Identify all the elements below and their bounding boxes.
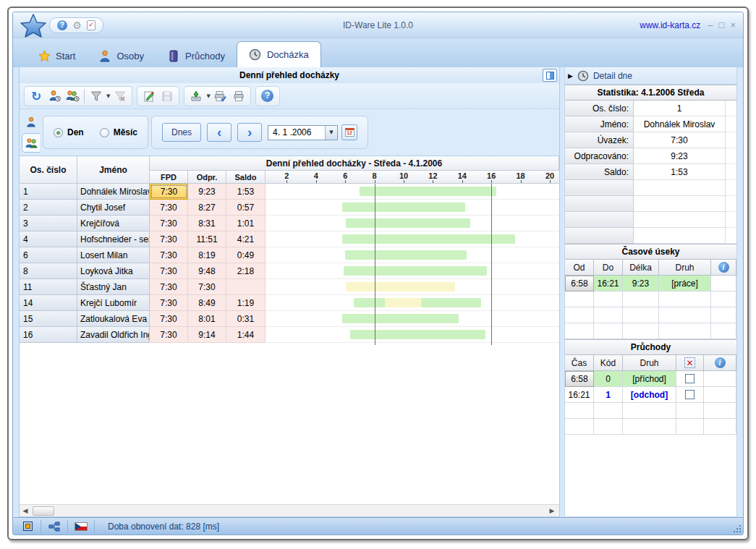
stat-value[interactable]: 1:53 <box>634 164 726 180</box>
edit-button[interactable] <box>141 88 157 104</box>
saldo-cell[interactable]: 1:53 <box>226 184 266 200</box>
help-button[interactable]: ? <box>260 88 276 104</box>
radio-mesic[interactable]: Měsíc <box>100 127 137 137</box>
saldo-cell[interactable]: 1:19 <box>226 295 266 311</box>
filter-dropdown-icon[interactable]: ▼ <box>106 93 110 99</box>
gantt-cell[interactable] <box>266 231 559 247</box>
stat-value[interactable]: 9:23 <box>634 148 726 164</box>
table-row[interactable]: 6Losert Milan7:308:190:49 <box>20 247 559 263</box>
pruchody-row[interactable]: 16:211[odchod] <box>565 387 736 403</box>
minitab-all-users[interactable] <box>22 133 40 153</box>
useky-column-header[interactable]: Druh <box>659 260 711 276</box>
table-row[interactable]: 1Dohnálek Miroslav7:309:231:53 <box>20 184 559 200</box>
pruchody-column-header[interactable]: Čas <box>565 355 594 371</box>
fpd-cell[interactable]: 7:30 <box>150 200 188 216</box>
table-row[interactable]: 8Loyková Jitka7:309:482:18 <box>20 263 559 279</box>
scroll-left-icon[interactable]: ◀ <box>20 507 31 514</box>
table-row[interactable]: 11Šťastný Jan7:307:30 <box>20 279 559 295</box>
fpd-cell[interactable]: 7:30 <box>150 231 188 247</box>
table-row[interactable]: 15Zatloukalová Eva7:308:010:31 <box>20 311 559 327</box>
saldo-cell[interactable]: 0:57 <box>226 200 266 216</box>
stat-value[interactable]: 1 <box>634 101 726 116</box>
stat-value[interactable]: 7:30 <box>634 132 726 148</box>
fpd-cell[interactable]: 7:30 <box>150 327 188 343</box>
gantt-cell[interactable] <box>266 263 559 279</box>
useky-row[interactable]: 6:5816:219:23[práce] <box>565 276 736 291</box>
next-day-button[interactable]: › <box>237 123 262 142</box>
column-header-saldo[interactable]: Saldo <box>226 171 266 184</box>
odpr-cell[interactable]: 8:01 <box>188 311 226 327</box>
website-link[interactable]: www.id-karta.cz <box>640 20 700 30</box>
saldo-cell[interactable]: 1:01 <box>226 216 266 231</box>
tab-start[interactable]: Start <box>26 44 87 67</box>
fpd-cell[interactable]: 7:30 <box>150 295 188 311</box>
minimize-button[interactable]: – <box>708 20 713 30</box>
pruchody-row[interactable]: 6:580[příchod] <box>565 371 736 387</box>
odpr-cell[interactable]: 8:31 <box>188 216 226 231</box>
refresh-button[interactable]: ↻ <box>28 88 44 104</box>
gantt-cell[interactable] <box>266 247 559 263</box>
minitab-single-user[interactable] <box>22 112 40 132</box>
fpd-cell[interactable]: 7:30 <box>150 216 188 231</box>
gantt-cell[interactable] <box>266 295 559 311</box>
table-row[interactable]: 14Krejčí Lubomír7:308:491:19 <box>20 295 559 311</box>
print-button[interactable] <box>231 88 247 104</box>
save-button[interactable] <box>159 88 175 104</box>
table-row[interactable]: 4Hofschneider - sen.7:3011:514:21 <box>20 231 559 247</box>
pruchody-info-header[interactable]: i <box>704 355 736 371</box>
filter-button[interactable] <box>88 88 104 104</box>
delete-checkbox[interactable] <box>685 390 695 399</box>
saldo-cell[interactable]: 2:18 <box>226 263 266 279</box>
resize-grip[interactable] <box>734 525 741 532</box>
date-dropdown-button[interactable]: ▼ <box>325 126 337 140</box>
panel-layout-toggle-button[interactable] <box>543 69 557 82</box>
useky-column-header[interactable]: Do <box>594 260 623 276</box>
table-row[interactable]: 2Chytil Josef7:308:270:57 <box>20 200 559 216</box>
odpr-cell[interactable]: 11:51 <box>188 231 226 247</box>
prev-day-button[interactable]: ‹ <box>207 123 232 142</box>
stat-value[interactable] <box>634 196 726 212</box>
odpr-cell[interactable]: 9:14 <box>188 327 226 343</box>
fpd-cell[interactable]: 7:30 <box>150 311 188 327</box>
column-header-os-cislo[interactable]: Os. číslo <box>20 156 77 184</box>
scroll-right-icon[interactable]: ▶ <box>546 507 558 514</box>
odpr-cell[interactable]: 9:23 <box>188 184 226 200</box>
gantt-cell[interactable] <box>266 216 559 231</box>
saldo-cell[interactable]: 4:21 <box>226 231 266 247</box>
saldo-cell[interactable]: 0:31 <box>226 311 266 327</box>
horizontal-scrollbar[interactable]: ◀ ▶ <box>20 504 559 516</box>
export-button[interactable] <box>188 88 204 104</box>
gantt-cell[interactable] <box>266 311 559 327</box>
user-day-button[interactable] <box>46 88 62 104</box>
useky-info-header[interactable]: i <box>711 260 736 276</box>
useky-column-header[interactable]: Od <box>565 260 594 276</box>
saldo-cell[interactable] <box>226 279 266 295</box>
export-dropdown-icon[interactable]: ▼ <box>206 93 210 99</box>
close-button[interactable]: × <box>730 20 736 30</box>
delete-checkbox[interactable] <box>685 374 695 383</box>
table-row[interactable]: 3Krejčířová7:308:311:01 <box>20 216 559 231</box>
saldo-cell[interactable]: 0:49 <box>226 247 266 263</box>
stat-value[interactable]: Dohnálek Miroslav <box>634 116 726 132</box>
pruchody-column-header[interactable]: Kód <box>594 355 623 371</box>
today-button[interactable]: Dnes <box>162 123 201 142</box>
date-combo[interactable]: 4. 1 .2006 ▼ <box>268 125 338 140</box>
gantt-cell[interactable] <box>266 200 559 216</box>
gantt-cell[interactable] <box>266 279 559 295</box>
tab-osoby[interactable]: Osoby <box>87 44 156 67</box>
useky-column-header[interactable]: Délka <box>623 260 659 276</box>
collapse-arrow-icon[interactable]: ▶ <box>568 72 573 80</box>
layout-button[interactable] <box>19 519 36 534</box>
tab-dochazka[interactable]: Docházka <box>237 41 321 67</box>
tasks-checklist-icon[interactable]: ✓ <box>87 20 95 30</box>
scrollbar-thumb[interactable] <box>33 506 54 516</box>
fpd-cell[interactable]: 7:30 <box>150 263 188 279</box>
pruchody-delete-header[interactable]: ✕ <box>676 355 704 371</box>
users-day-button[interactable] <box>64 88 80 104</box>
saldo-cell[interactable]: 1:44 <box>226 327 266 343</box>
column-header-odpr[interactable]: Odpr. <box>188 171 226 184</box>
stat-value[interactable] <box>634 212 726 228</box>
radio-den[interactable]: Den <box>54 127 84 137</box>
odpr-cell[interactable]: 8:19 <box>188 247 226 263</box>
gantt-cell[interactable] <box>266 327 559 343</box>
